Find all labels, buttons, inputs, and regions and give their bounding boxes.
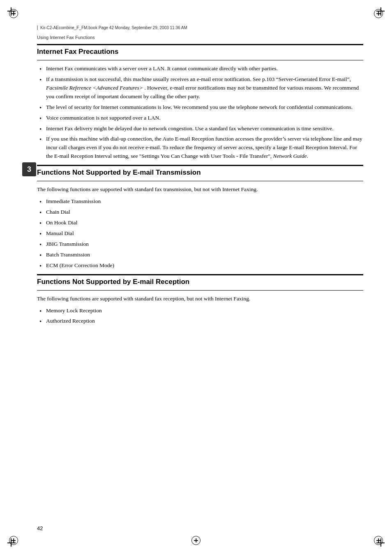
bullet-text: ECM (Error Correction Mode) xyxy=(46,262,114,268)
divider-2 xyxy=(37,181,363,181)
bullet-text: Memory Lock Reception xyxy=(46,307,102,314)
list-item: Authorized Reception xyxy=(37,317,363,325)
bullet-text: Batch Transmission xyxy=(46,252,90,258)
list-item: The level of security for Internet commu… xyxy=(37,103,363,112)
precautions-list: Internet Fax communicates with a server … xyxy=(37,65,363,161)
transmission-intro: The following functions are supported wi… xyxy=(37,185,363,194)
crosshair-bc xyxy=(191,536,201,545)
list-item: Immediate Transmission xyxy=(37,197,363,206)
list-item: Manual Dial xyxy=(37,229,363,238)
section-reception: Functions Not Supported by E-mail Recept… xyxy=(37,274,363,286)
page: Kir-C2-AEcombine_F_FM.book Page 42 Monda… xyxy=(0,0,392,554)
bullet-text: Internet Fax communicates with a server … xyxy=(46,65,278,72)
divider-1 xyxy=(37,60,363,60)
list-item: On Hook Dial xyxy=(37,219,363,227)
crosshair-tr xyxy=(374,9,383,18)
heading-internet-fax-precautions: Internet Fax Precautions xyxy=(37,48,363,56)
list-item: Memory Lock Reception xyxy=(37,307,363,315)
section-internet-fax-precautions: Internet Fax Precautions xyxy=(37,44,363,56)
crosshair-br xyxy=(374,536,383,545)
bullet-text: On Hook Dial xyxy=(46,219,78,226)
bullet-text: Internet Fax delivery might be delayed d… xyxy=(46,125,334,132)
reception-intro: The following functions are supported wi… xyxy=(37,295,363,303)
list-item: If a transmission is not successful, thi… xyxy=(37,75,363,101)
bullet-text: JBIG Transmission xyxy=(46,241,89,247)
transmission-list: Immediate Transmission Chain Dial On Hoo… xyxy=(37,197,363,270)
crosshair-tl xyxy=(9,9,18,18)
list-item: Internet Fax communicates with a server … xyxy=(37,65,363,73)
list-item: Voice communication is not supported ove… xyxy=(37,114,363,122)
bullet-text: If you use this machine with dial-up con… xyxy=(46,136,362,159)
bullet-text: Chain Dial xyxy=(46,209,70,215)
chapter-tab: 3 xyxy=(22,162,36,176)
heading-transmission: Functions Not Supported by E-mail Transm… xyxy=(37,169,363,177)
list-item: If you use this machine with dial-up con… xyxy=(37,135,363,161)
list-item: ECM (Error Correction Mode) xyxy=(37,261,363,270)
list-item: JBIG Transmission xyxy=(37,240,363,249)
page-number: 42 xyxy=(37,525,43,531)
italic-text: Network Guide xyxy=(273,153,307,159)
bullet-text: Manual Dial xyxy=(46,230,74,236)
list-item: Internet Fax delivery might be delayed d… xyxy=(37,125,363,133)
main-content: Using Internet Fax Functions Internet Fa… xyxy=(37,35,363,330)
divider-3 xyxy=(37,290,363,291)
section-transmission: Functions Not Supported by E-mail Transm… xyxy=(37,165,363,177)
bullet-text: Voice communication is not supported ove… xyxy=(46,115,161,121)
crosshair-bl xyxy=(9,536,18,545)
list-item: Chain Dial xyxy=(37,208,363,217)
bullet-text: The level of security for Internet commu… xyxy=(46,104,353,110)
italic-text: Facsimile Reference <Advanced Features> xyxy=(46,85,143,91)
bullet-text: Authorized Reception xyxy=(46,318,95,324)
section-label: Using Internet Fax Functions xyxy=(37,35,363,40)
file-info: Kir-C2-AEcombine_F_FM.book Page 42 Monda… xyxy=(37,25,355,30)
list-item: Batch Transmission xyxy=(37,251,363,259)
bullet-text: If a transmission is not successful, thi… xyxy=(46,76,359,99)
bullet-text: Immediate Transmission xyxy=(46,198,101,204)
heading-reception: Functions Not Supported by E-mail Recept… xyxy=(37,278,363,286)
reception-list: Memory Lock Reception Authorized Recepti… xyxy=(37,307,363,326)
